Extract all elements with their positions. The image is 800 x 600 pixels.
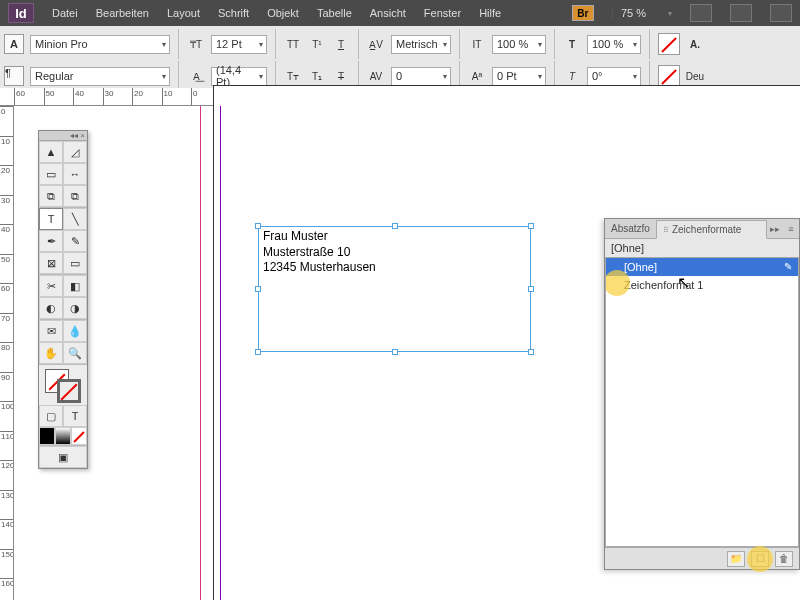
superscript-icon[interactable]: T¹ <box>308 36 326 52</box>
color-apply-modes[interactable] <box>39 427 87 445</box>
tracking-icon: AV <box>367 68 385 84</box>
panel-collapse-icon[interactable]: ▸▸ <box>767 221 783 237</box>
menu-file[interactable]: Datei <box>52 7 78 19</box>
menu-edit[interactable]: Bearbeiten <box>96 7 149 19</box>
stroke-swatch[interactable] <box>658 65 680 87</box>
menu-window[interactable]: Fenster <box>424 7 461 19</box>
hand-tool[interactable]: ✋ <box>39 342 63 364</box>
formatting-text[interactable]: T <box>63 405 87 427</box>
resize-handle[interactable] <box>255 349 261 355</box>
content-collector-tool[interactable]: ⧉ <box>39 185 63 207</box>
app-logo: Id <box>8 3 34 23</box>
content-placer-tool[interactable]: ⧉ <box>63 185 87 207</box>
tracking-combo[interactable]: 0 <box>391 67 451 86</box>
resize-handle[interactable] <box>255 223 261 229</box>
formatting-container[interactable]: ▢ <box>39 405 63 427</box>
skew-combo[interactable]: 0° <box>587 67 641 86</box>
kerning-combo[interactable]: Metrisch <box>391 35 451 54</box>
fill-stroke-swatch[interactable] <box>39 365 87 405</box>
kerning-icon: A̲V <box>367 36 385 52</box>
allcaps-icon[interactable]: TT <box>284 36 302 52</box>
fill-swatch[interactable] <box>658 33 680 55</box>
chevron-down-icon: ▾ <box>668 9 672 18</box>
gradient-feather-tool[interactable]: ◑ <box>63 297 87 319</box>
character-styles-panel: Absatzfo ⠿Zeichenformate ▸▸ ≡ [Ohne] [Oh… <box>604 218 800 570</box>
hscale-icon: T <box>563 36 581 52</box>
char-format-toggle[interactable]: A <box>4 34 24 54</box>
zoom-level[interactable]: 75 % <box>612 7 646 19</box>
page-tool[interactable]: ▭ <box>39 163 63 185</box>
resize-handle[interactable] <box>528 223 534 229</box>
workspace-button[interactable] <box>770 4 792 22</box>
resize-handle[interactable] <box>255 286 261 292</box>
margin-guide <box>200 106 201 600</box>
screen-mode-button[interactable] <box>690 4 712 22</box>
style-list[interactable]: [Ohne] Zeichenformat 1 <box>605 257 799 547</box>
vscale-combo[interactable]: 100 % <box>492 35 546 54</box>
style-item[interactable]: Zeichenformat 1 <box>606 276 798 294</box>
skew-icon: T <box>563 68 581 84</box>
underline-icon[interactable]: T <box>332 36 350 52</box>
resize-handle[interactable] <box>392 223 398 229</box>
smallcaps-icon[interactable]: Tᴛ <box>284 68 302 84</box>
new-style-button[interactable]: ☐ <box>751 551 769 567</box>
font-size-combo[interactable]: 12 Pt <box>211 35 267 54</box>
leading-icon: A͟ <box>187 68 205 84</box>
line-tool[interactable]: ╲ <box>63 208 87 230</box>
menu-view[interactable]: Ansicht <box>370 7 406 19</box>
type-tool[interactable]: T <box>39 208 63 230</box>
leading-combo[interactable]: (14,4 Pt) <box>211 67 267 86</box>
screen-mode-tool[interactable]: ▣ <box>39 446 87 468</box>
note-tool[interactable]: ✉ <box>39 320 63 342</box>
direct-selection-tool[interactable]: ◿ <box>63 141 87 163</box>
gradient-swatch-tool[interactable]: ◐ <box>39 297 63 319</box>
text-frame-content[interactable]: Frau Muster Musterstraße 10 12345 Muster… <box>259 227 530 278</box>
para-format-toggle[interactable]: ¶ <box>4 66 24 86</box>
free-transform-tool[interactable]: ◧ <box>63 275 87 297</box>
pen-tool[interactable]: ✒ <box>39 230 63 252</box>
style-item-none[interactable]: [Ohne] <box>606 258 798 276</box>
app-menubar: Id Datei Bearbeiten Layout Schrift Objek… <box>0 0 800 26</box>
pencil-tool[interactable]: ✎ <box>63 230 87 252</box>
arrange-docs-button[interactable] <box>730 4 752 22</box>
gap-tool[interactable]: ↔ <box>63 163 87 185</box>
zoom-tool[interactable]: 🔍 <box>63 342 87 364</box>
menu-object[interactable]: Objekt <box>267 7 299 19</box>
strike-icon[interactable]: T <box>332 68 350 84</box>
menu-layout[interactable]: Layout <box>167 7 200 19</box>
text-frame-selected[interactable]: Frau Muster Musterstraße 10 12345 Muster… <box>258 226 531 352</box>
vscale-icon: IT <box>468 36 486 52</box>
vertical-ruler[interactable]: 0102030405060708090100110120130140150160… <box>0 106 14 600</box>
subscript-icon[interactable]: T₁ <box>308 68 326 84</box>
panel-titlebar[interactable]: ◂◂ × <box>39 131 87 141</box>
char-style-quick[interactable]: A. <box>686 36 704 52</box>
menu-help[interactable]: Hilfe <box>479 7 501 19</box>
baseline-combo[interactable]: 0 Pt <box>492 67 546 86</box>
resize-handle[interactable] <box>392 349 398 355</box>
column-guide <box>220 106 221 600</box>
new-group-button[interactable]: 📁 <box>727 551 745 567</box>
control-bar: A Minion Pro ₸T 12 Pt TT T¹ T A̲V Metris… <box>0 26 800 95</box>
tab-paragraph-styles[interactable]: Absatzfo <box>605 220 656 237</box>
panel-footer: 📁 ☐ 🗑 <box>605 547 799 569</box>
menu-table[interactable]: Tabelle <box>317 7 352 19</box>
rectangle-tool[interactable]: ▭ <box>63 252 87 274</box>
language-label[interactable]: Deu <box>686 68 704 84</box>
font-style-combo[interactable]: Regular <box>30 67 170 86</box>
eyedropper-tool[interactable]: 💧 <box>63 320 87 342</box>
resize-handle[interactable] <box>528 349 534 355</box>
scissors-tool[interactable]: ✂ <box>39 275 63 297</box>
bridge-button[interactable]: Br <box>572 5 594 21</box>
hscale-combo[interactable]: 100 % <box>587 35 641 54</box>
current-style-label: [Ohne] <box>605 239 799 257</box>
delete-style-button[interactable]: 🗑 <box>775 551 793 567</box>
rectangle-frame-tool[interactable]: ⊠ <box>39 252 63 274</box>
baseline-icon: Aª <box>468 68 486 84</box>
panel-menu-icon[interactable]: ≡ <box>783 221 799 237</box>
menu-type[interactable]: Schrift <box>218 7 249 19</box>
tab-character-styles[interactable]: ⠿Zeichenformate <box>656 220 767 239</box>
grip-icon: ⠿ <box>663 226 669 235</box>
selection-tool[interactable]: ▲ <box>39 141 63 163</box>
font-family-combo[interactable]: Minion Pro <box>30 35 170 54</box>
resize-handle[interactable] <box>528 286 534 292</box>
